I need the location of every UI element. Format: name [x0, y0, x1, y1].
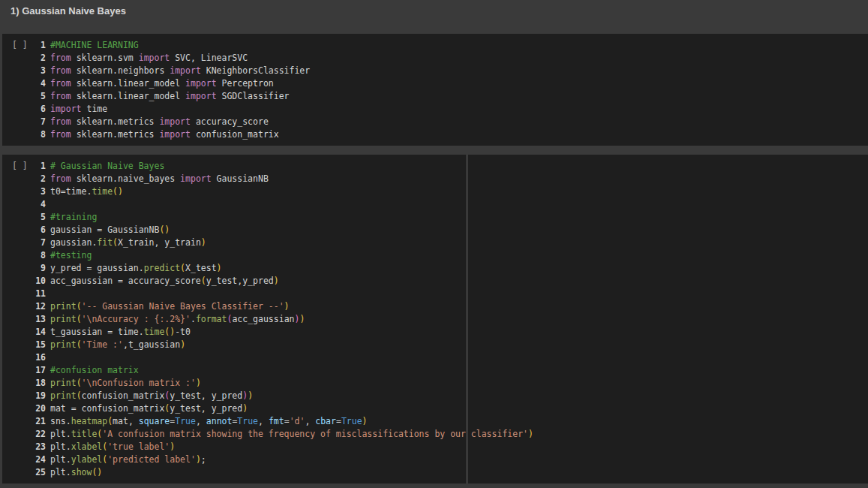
code-text: print('\nAccuracy : {:.2%}'.format(acc_g… [46, 313, 305, 326]
line-number: 14 [2, 326, 46, 339]
code-line: 8from sklearn.metrics import confusion_m… [2, 128, 868, 141]
line-number: 11 [2, 288, 46, 300]
line-number: 2 [2, 52, 46, 65]
line-number: 3 [2, 185, 46, 198]
code-text: t_gaussian = time.time()-t0 [46, 326, 191, 339]
code-text: #testing [46, 249, 92, 262]
code-text: gaussian.fit(X_train, y_train) [46, 236, 206, 249]
code-text: from sklearn.linear_model import Percept… [46, 77, 274, 90]
line-number: 18 [2, 377, 46, 390]
code-text: print('-- Gaussian Naive Bayes Classifie… [46, 300, 290, 313]
line-number: 6 [2, 103, 46, 116]
code-text: t0=time.time() [46, 185, 123, 198]
code-text: # Gaussian Naive Bayes [46, 160, 164, 173]
code-text: plt.show() [46, 466, 102, 479]
line-number: 9 [2, 262, 46, 275]
code-editor-area[interactable]: 1#MACHINE LEARNING2from sklearn.svm impo… [2, 39, 868, 141]
line-number: 19 [2, 390, 46, 402]
line-number: 7 [2, 116, 46, 128]
code-line: 5#training [2, 211, 868, 224]
line-number: 5 [2, 90, 46, 103]
code-line: 2from sklearn.naive_bayes import Gaussia… [2, 173, 868, 185]
line-number: 21 [2, 415, 46, 428]
notebook: [ ]1#MACHINE LEARNING2from sklearn.svm i… [0, 34, 868, 483]
line-number: 1 [2, 160, 46, 173]
code-line: 18print('\nConfusion matrix :') [2, 377, 868, 390]
code-text: gaussian = GaussianNB() [46, 224, 170, 236]
code-line: 19print(confusion_matrix(y_test, y_pred)… [2, 390, 868, 402]
code-text: from sklearn.metrics import accuracy_sco… [46, 116, 269, 128]
code-text: from sklearn.naive_bayes import Gaussian… [46, 173, 269, 185]
code-text: from sklearn.svm import SVC, LinearSVC [46, 52, 248, 65]
code-line: 7gaussian.fit(X_train, y_train) [2, 236, 868, 249]
code-line: 12print('-- Gaussian Naive Bayes Classif… [2, 300, 868, 313]
code-line: 7from sklearn.metrics import accuracy_sc… [2, 116, 868, 128]
code-text: acc_gaussian = accuracy_score(y_test,y_p… [46, 275, 279, 288]
code-text: from sklearn.neighbors import KNeighbors… [46, 65, 310, 77]
code-line: 25plt.show() [2, 466, 868, 479]
code-line: 5from sklearn.linear_model import SGDCla… [2, 90, 868, 103]
code-line: 14t_gaussian = time.time()-t0 [2, 326, 868, 339]
code-text: print('\nConfusion matrix :') [46, 377, 201, 390]
line-number: 17 [2, 364, 46, 377]
code-text: from sklearn.metrics import confusion_ma… [46, 128, 279, 141]
code-line: 3from sklearn.neighbors import KNeighbor… [2, 65, 868, 77]
code-line: 6import time [2, 103, 868, 116]
code-text: from sklearn.linear_model import SGDClas… [46, 90, 290, 103]
line-number: 8 [2, 249, 46, 262]
code-line: 23plt.xlabel('true label') [2, 441, 868, 453]
code-line: 16 [2, 351, 868, 364]
code-text: #MACHINE LEARNING [46, 39, 139, 52]
code-line: 15print('Time :',t_gaussian) [2, 339, 868, 351]
code-text: plt.ylabel('predicted label'); [46, 453, 206, 466]
code-cell-2[interactable]: [ ]1# Gaussian Naive Bayes2from sklearn.… [2, 155, 868, 483]
code-line: 13print('\nAccuracy : {:.2%}'.format(acc… [2, 313, 868, 326]
code-line: 4 [2, 198, 868, 211]
line-number: 25 [2, 466, 46, 479]
code-text: #training [46, 211, 97, 224]
line-number: 3 [2, 65, 46, 77]
code-line: 6gaussian = GaussianNB() [2, 224, 868, 236]
code-line: 4from sklearn.linear_model import Percep… [2, 77, 868, 90]
section-title: 1) Gaussian Naive Bayes [0, 0, 868, 17]
code-line: 17#confusion matrix [2, 364, 868, 377]
code-text: plt.xlabel('true label') [46, 441, 175, 453]
code-line: 8#testing [2, 249, 868, 262]
code-text [46, 288, 50, 300]
code-text [46, 351, 50, 364]
code-line: 1# Gaussian Naive Bayes [2, 160, 868, 173]
code-text: plt.title('A confusion matrix showing th… [46, 428, 533, 441]
code-line: 22plt.title('A confusion matrix showing … [2, 428, 868, 441]
line-number: 8 [2, 128, 46, 141]
code-text [46, 198, 50, 211]
line-number: 24 [2, 453, 46, 466]
code-line: 21sns.heatmap(mat, square=True, annot=Tr… [2, 415, 868, 428]
line-number: 15 [2, 339, 46, 351]
code-text: print('Time :',t_gaussian) [46, 339, 185, 351]
line-number: 7 [2, 236, 46, 249]
code-cell-1[interactable]: [ ]1#MACHINE LEARNING2from sklearn.svm i… [2, 34, 868, 146]
code-text: #confusion matrix [46, 364, 139, 377]
line-number: 6 [2, 224, 46, 236]
line-number: 23 [2, 441, 46, 453]
code-line: 11 [2, 288, 868, 300]
line-number: 13 [2, 313, 46, 326]
line-number: 2 [2, 173, 46, 185]
line-number: 4 [2, 77, 46, 90]
line-number: 10 [2, 275, 46, 288]
code-line: 10acc_gaussian = accuracy_score(y_test,y… [2, 275, 868, 288]
line-number: 22 [2, 428, 46, 441]
code-editor-area[interactable]: 1# Gaussian Naive Bayes2from sklearn.nai… [2, 160, 868, 479]
code-text: y_pred = gaussian.predict(X_test) [46, 262, 222, 275]
line-number: 20 [2, 402, 46, 415]
code-line: 2from sklearn.svm import SVC, LinearSVC [2, 52, 868, 65]
code-line: 3t0=time.time() [2, 185, 868, 198]
line-number: 16 [2, 351, 46, 364]
code-text: import time [46, 103, 107, 116]
code-line: 1#MACHINE LEARNING [2, 39, 868, 52]
code-line: 24plt.ylabel('predicted label'); [2, 453, 868, 466]
line-number: 1 [2, 39, 46, 52]
code-text: print(confusion_matrix(y_test, y_pred)) [46, 390, 253, 402]
line-number: 12 [2, 300, 46, 313]
line-number: 5 [2, 211, 46, 224]
